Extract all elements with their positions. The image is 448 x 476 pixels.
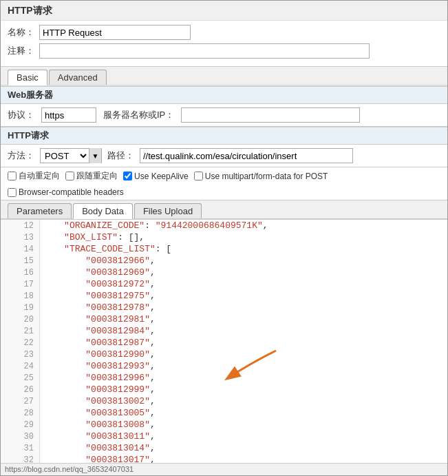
line-number: 20: [1, 313, 39, 325]
line-number: 19: [1, 302, 39, 313]
table-row: 13 "BOX_LIST": [],: [1, 231, 447, 243]
method-select-wrap[interactable]: POST GET PUT DELETE ▼: [40, 148, 102, 163]
line-code: "0003812981",: [39, 313, 447, 325]
browser-compat-label[interactable]: Browser-compatible headers: [8, 187, 124, 197]
table-row: 17 "0003812972",: [1, 278, 447, 290]
sub-tab-parameters[interactable]: Parameters: [8, 203, 72, 218]
line-number: 17: [1, 278, 39, 290]
table-row: 26 "0003812999",: [1, 384, 447, 395]
line-number: 18: [1, 290, 39, 302]
multipart-label[interactable]: Use multipart/form-data for POST: [194, 172, 328, 181]
table-row: 20 "0003812981",: [1, 313, 447, 325]
table-row: 18 "0003812975",: [1, 290, 447, 302]
line-code: "0003812984",: [39, 325, 447, 337]
sub-tab-body-data[interactable]: Body Data: [73, 203, 133, 219]
web-server-section-label: Web服务器: [1, 86, 447, 104]
server-name-input[interactable]: [181, 107, 360, 123]
auto-redirect-checkbox[interactable]: [8, 172, 17, 180]
code-table: 12 "ORGANIZE_CODE": "91442000686409571K"…: [1, 220, 447, 463]
title-bar: HTTP请求: [1, 1, 447, 21]
line-code: "0003812969",: [39, 267, 447, 278]
note-row: 注释：: [8, 43, 440, 59]
line-number: 14: [1, 243, 39, 255]
method-label: 方法：: [8, 149, 34, 162]
table-row: 23 "0003812990",: [1, 349, 447, 360]
table-row: 31 "0003813014",: [1, 442, 447, 454]
table-row: 25 "0003812996",: [1, 372, 447, 384]
bottom-url: https://blog.csdn.net/qq_36532407031: [5, 465, 134, 473]
table-row: 16 "0003812969",: [1, 267, 447, 278]
line-code: "0003812972",: [39, 278, 447, 290]
table-row: 24 "0003812993",: [1, 360, 447, 372]
table-row: 14 "TRACE_CODE_LIST": [: [1, 243, 447, 255]
line-code: "ORGANIZE_CODE": "91442000686409571K",: [39, 220, 447, 231]
method-dropdown-icon[interactable]: ▼: [89, 148, 101, 163]
method-row: 方法： POST GET PUT DELETE ▼ 路径：: [1, 145, 447, 167]
table-row: 12 "ORGANIZE_CODE": "91442000686409571K"…: [1, 220, 447, 231]
main-tabs: Basic Advanced: [1, 67, 447, 86]
line-number: 21: [1, 325, 39, 337]
name-label: 名称：: [8, 26, 35, 39]
line-code: "0003812978",: [39, 302, 447, 313]
code-area: 12 "ORGANIZE_CODE": "91442000686409571K"…: [1, 220, 447, 463]
auto-redirect-label[interactable]: 自动重定向: [8, 170, 60, 182]
table-row: 28 "0003813005",: [1, 407, 447, 419]
line-code: "0003812987",: [39, 337, 447, 349]
line-number: 29: [1, 419, 39, 431]
line-number: 32: [1, 454, 39, 463]
table-row: 22 "0003812987",: [1, 337, 447, 349]
keepalive-label[interactable]: Use KeepAlive: [123, 172, 189, 181]
browser-compat-checkbox[interactable]: [8, 188, 17, 197]
table-row: 27 "0003813002",: [1, 395, 447, 407]
name-row: 名称：: [8, 25, 440, 40]
line-number: 12: [1, 220, 39, 231]
line-code: "0003813011",: [39, 431, 447, 442]
note-input[interactable]: [39, 43, 370, 59]
line-code: "0003812990",: [39, 349, 447, 360]
server-name-label: 服务器名称或IP：: [103, 109, 174, 121]
follow-redirect-checkbox[interactable]: [65, 172, 74, 180]
form-area: 名称： 注释：: [1, 21, 447, 67]
protocol-input[interactable]: [41, 107, 96, 123]
line-number: 31: [1, 442, 39, 454]
checkbox-row: 自动重定向 跟随重定向 Use KeepAlive Use multipart/…: [1, 167, 447, 200]
tab-advanced[interactable]: Advanced: [49, 70, 107, 85]
line-code: "0003813008",: [39, 419, 447, 431]
table-row: 30 "0003813011",: [1, 431, 447, 442]
follow-redirect-label[interactable]: 跟随重定向: [65, 170, 118, 182]
multipart-checkbox[interactable]: [194, 172, 203, 180]
line-number: 25: [1, 372, 39, 384]
table-row: 19 "0003812978",: [1, 302, 447, 313]
line-code: "0003813017",: [39, 454, 447, 463]
line-number: 16: [1, 267, 39, 278]
http-request-section-label: HTTP请求: [1, 127, 447, 145]
table-row: 29 "0003813008",: [1, 419, 447, 431]
table-row: 15 "0003812966",: [1, 255, 447, 267]
line-code: "0003812996",: [39, 372, 447, 384]
line-number: 15: [1, 255, 39, 267]
line-code: "TRACE_CODE_LIST": [: [39, 243, 447, 255]
line-number: 28: [1, 407, 39, 419]
path-label: 路径：: [107, 149, 134, 162]
table-row: 32 "0003813017",: [1, 454, 447, 463]
keepalive-checkbox[interactable]: [123, 172, 132, 180]
line-code: "0003812993",: [39, 360, 447, 372]
server-row: 协议： 服务器名称或IP：: [1, 104, 447, 127]
protocol-label: 协议：: [8, 109, 34, 121]
method-select[interactable]: POST GET PUT DELETE: [41, 149, 89, 163]
line-code: "0003812975",: [39, 290, 447, 302]
line-code: "0003813014",: [39, 442, 447, 454]
name-input[interactable]: [39, 25, 191, 40]
sub-tabs: Parameters Body Data Files Upload: [1, 200, 447, 220]
line-number: 22: [1, 337, 39, 349]
bottom-bar: https://blog.csdn.net/qq_36532407031: [1, 463, 447, 475]
line-number: 27: [1, 395, 39, 407]
sub-tab-files-upload[interactable]: Files Upload: [134, 203, 202, 218]
tab-basic[interactable]: Basic: [8, 70, 47, 85]
line-number: 30: [1, 431, 39, 442]
line-code: "0003812966",: [39, 255, 447, 267]
path-input[interactable]: [140, 148, 353, 163]
line-number: 23: [1, 349, 39, 360]
line-number: 13: [1, 231, 39, 243]
note-label: 注释：: [8, 45, 35, 57]
